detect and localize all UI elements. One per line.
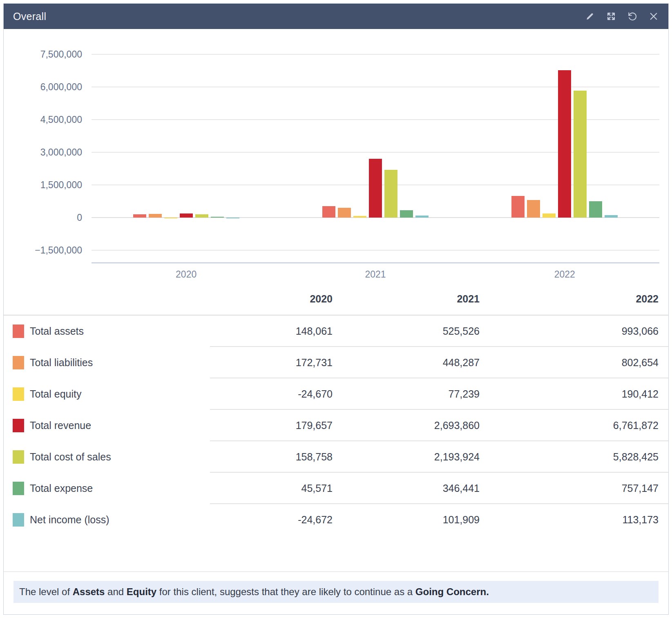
y-tick-label: 6,000,000 <box>4 81 82 93</box>
value-2020: 172,731 <box>204 357 333 369</box>
table-row: Net income (loss)-24,672101,909113,173 <box>4 504 668 536</box>
bar-total-liabilities-2022[interactable] <box>527 200 540 218</box>
row-label: Net income (loss) <box>30 514 109 526</box>
x-axis-label-2022: 2022 <box>554 269 575 280</box>
x-axis-line <box>92 262 659 263</box>
value-2020: 148,061 <box>204 325 333 337</box>
row-label: Total cost of sales <box>30 451 111 463</box>
bar-total-revenue-2021[interactable] <box>369 159 382 218</box>
row-label-cell: Net income (loss) <box>4 513 204 527</box>
bar-net-income-loss--2021[interactable] <box>415 216 429 218</box>
table-row: Total equity-24,67077,239190,412 <box>4 378 668 410</box>
titlebar-actions <box>585 11 659 22</box>
widget-titlebar: Overall <box>4 4 668 29</box>
note-emphasis: Equity <box>127 586 156 597</box>
bar-total-equity-2020[interactable] <box>164 218 177 218</box>
legend-swatch <box>13 387 24 401</box>
bar-total-revenue-2022[interactable] <box>558 70 571 218</box>
y-tick-label: −1,500,000 <box>4 245 82 256</box>
bar-net-income-loss--2022[interactable] <box>605 215 618 218</box>
row-label-cell: Total expense <box>4 482 204 495</box>
bar-total-assets-2022[interactable] <box>511 196 525 218</box>
value-2021: 346,441 <box>333 482 480 494</box>
value-2021: 2,193,924 <box>333 451 480 463</box>
legend-swatch <box>13 513 24 527</box>
page: Overall <box>0 0 672 618</box>
bar-total-revenue-2020[interactable] <box>180 213 193 218</box>
value-2022: 6,761,872 <box>480 420 659 431</box>
legend-swatch <box>13 450 24 464</box>
widget-title: Overall <box>13 11 46 22</box>
value-2020: 45,571 <box>204 482 333 494</box>
note-text: The level of <box>19 586 73 597</box>
y-tick-label: 4,500,000 <box>4 114 82 125</box>
value-2022: 5,828,425 <box>480 451 659 463</box>
bar-total-assets-2021[interactable] <box>322 206 335 218</box>
value-2021: 101,909 <box>333 514 480 526</box>
footer-section: The level of Assets and Equity for this … <box>4 571 668 614</box>
bar-total-cost-of-sales-2021[interactable] <box>384 170 397 218</box>
table-header-row: 2020 2021 2022 <box>4 283 668 316</box>
note-text: and <box>105 586 126 597</box>
bar-total-equity-2022[interactable] <box>543 213 556 218</box>
bar-total-cost-of-sales-2020[interactable] <box>195 214 208 218</box>
table-row: Total liabilities172,731448,287802,654 <box>4 347 668 378</box>
value-2022: 757,147 <box>480 482 659 494</box>
y-tick-label: 7,500,000 <box>4 49 82 60</box>
value-2021: 77,239 <box>333 388 480 400</box>
column-header-2020: 2020 <box>204 293 333 305</box>
bar-total-assets-2020[interactable] <box>133 214 146 218</box>
gridline-7,500,000 <box>92 54 659 55</box>
value-2022: 993,066 <box>480 325 659 337</box>
x-axis-label-2020: 2020 <box>176 269 196 280</box>
value-2021: 2,693,860 <box>333 420 480 431</box>
bar-net-income-loss--2020[interactable] <box>226 218 239 218</box>
table-row: Total assets148,061525,526993,066 <box>4 316 668 347</box>
value-2020: -24,670 <box>204 388 333 400</box>
close-icon[interactable] <box>648 11 659 22</box>
pencil-icon[interactable] <box>585 11 595 22</box>
note-text: for this client, suggests that they are … <box>156 586 415 597</box>
note-emphasis: Going Concern. <box>415 586 489 597</box>
bar-total-liabilities-2020[interactable] <box>149 214 162 218</box>
gridline-−1,500,000 <box>92 250 659 251</box>
y-tick-label: 1,500,000 <box>4 179 82 191</box>
row-label-cell: Total assets <box>4 325 204 338</box>
row-label: Total assets <box>30 325 84 337</box>
value-2020: -24,672 <box>204 514 333 526</box>
expand-icon[interactable] <box>606 11 616 22</box>
undo-icon[interactable] <box>627 11 638 22</box>
y-tick-label: 0 <box>4 212 82 223</box>
legend-swatch <box>13 482 24 495</box>
chart-plot-area <box>92 35 659 262</box>
legend-swatch <box>13 356 24 369</box>
table-body: Total assets148,061525,526993,066Total l… <box>4 316 668 536</box>
data-table: 2020 2021 2022 Total assets148,061525,52… <box>4 283 668 571</box>
row-label: Total equity <box>30 388 81 400</box>
x-axis-label-2021: 2021 <box>365 269 386 280</box>
bar-total-expense-2022[interactable] <box>589 201 602 218</box>
row-label-cell: Total equity <box>4 387 204 401</box>
table-bottom-spacer <box>4 536 668 571</box>
bar-total-expense-2020[interactable] <box>211 217 224 218</box>
column-header-2022: 2022 <box>480 293 659 305</box>
gridline-6,000,000 <box>92 87 659 87</box>
row-label-cell: Total cost of sales <box>4 450 204 464</box>
note-emphasis: Assets <box>73 586 105 597</box>
row-label: Total revenue <box>30 420 91 431</box>
table-row: Total expense45,571346,441757,147 <box>4 473 668 504</box>
bar-total-cost-of-sales-2022[interactable] <box>574 91 587 218</box>
value-2021: 448,287 <box>333 357 480 369</box>
value-2021: 525,526 <box>333 325 480 337</box>
row-label-cell: Total revenue <box>4 419 204 432</box>
bar-total-liabilities-2021[interactable] <box>338 208 351 218</box>
legend-swatch <box>13 325 24 338</box>
value-2020: 179,657 <box>204 420 333 431</box>
legend-swatch <box>13 419 24 432</box>
y-tick-label: 3,000,000 <box>4 147 82 158</box>
table-row: Total revenue179,6572,693,8606,761,872 <box>4 410 668 441</box>
value-2020: 158,758 <box>204 451 333 463</box>
bar-total-expense-2021[interactable] <box>400 210 413 218</box>
bar-total-equity-2021[interactable] <box>353 216 366 218</box>
going-concern-note: The level of Assets and Equity for this … <box>13 581 659 603</box>
